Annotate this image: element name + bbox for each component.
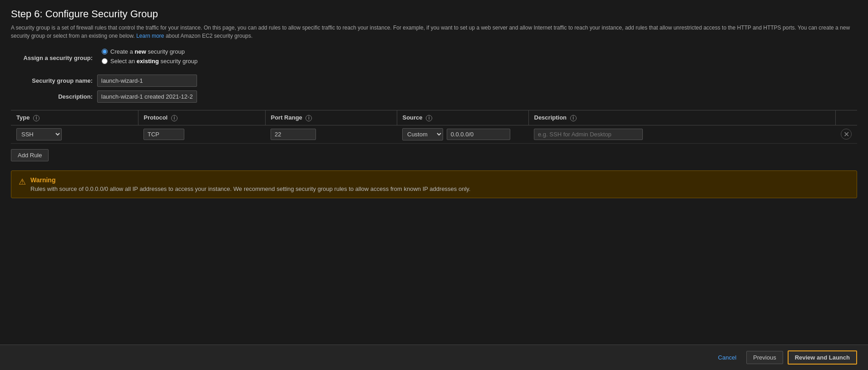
source-info-icon[interactable]: i [426,115,432,121]
create-new-radio-row: Create a new security group [102,48,197,55]
col-header-source: Source i [397,110,528,125]
description-text-2: about Amazon EC2 security groups. [166,33,252,39]
type-select[interactable]: SSH HTTP HTTPS Custom TCP All Traffic [16,128,62,140]
add-rule-button[interactable]: Add Rule [11,149,49,161]
bottom-bar: Cancel Previous Review and Launch [0,345,868,370]
col-header-port-range: Port Range i [265,110,397,125]
col-header-type: Type i [11,110,138,125]
type-info-icon[interactable]: i [33,115,39,121]
row-delete-cell: ✕ [835,125,857,143]
protocol-input[interactable] [143,129,184,140]
warning-title: Warning [30,176,470,184]
col-header-protocol: Protocol i [138,110,265,125]
description-input[interactable] [97,90,197,103]
col-header-delete [835,110,857,125]
page-title: Step 6: Configure Security Group [11,8,857,20]
description-info-icon[interactable]: i [570,115,577,121]
select-existing-radio[interactable] [102,58,108,64]
delete-row-button[interactable]: ✕ [841,129,852,140]
page-container: Step 6: Configure Security Group A secur… [0,0,868,370]
warning-content: Warning Rules with source of 0.0.0.0/0 a… [30,176,470,192]
row-protocol-cell [138,125,265,143]
create-new-label[interactable]: Create a new security group [110,48,185,55]
description-row: Description: [11,90,857,103]
rules-table-container: Type i Protocol i Port Range i Source i [11,110,857,144]
cancel-button[interactable]: Cancel [713,351,742,364]
row-port-range-cell [265,125,397,143]
security-group-name-label: Security group name: [11,77,93,84]
row-description-cell [528,125,835,143]
assign-security-group-row: Assign a security group: Create a new se… [11,48,857,67]
protocol-info-icon[interactable]: i [171,115,178,121]
page-description: A security group is a set of firewall ru… [11,24,857,40]
previous-button[interactable]: Previous [746,351,783,364]
col-header-description: Description i [528,110,835,125]
select-existing-label[interactable]: Select an existing security group [110,58,197,65]
description-label: Description: [11,93,93,100]
source-ip-input[interactable] [447,129,510,140]
security-group-name-input[interactable] [97,75,197,87]
create-new-radio[interactable] [102,49,108,55]
select-existing-radio-row: Select an existing security group [102,58,197,65]
description-field-input[interactable] [534,129,643,140]
port-range-info-icon[interactable]: i [306,115,312,121]
learn-more-link[interactable]: Learn more [136,33,164,39]
radio-group: Create a new security group Select an ex… [102,48,197,67]
port-range-input[interactable] [271,129,316,140]
rules-table: Type i Protocol i Port Range i Source i [11,110,857,144]
warning-text: Rules with source of 0.0.0.0/0 allow all… [30,185,470,192]
assign-security-group-label: Assign a security group: [11,55,93,61]
table-row: SSH HTTP HTTPS Custom TCP All Traffic [11,125,857,143]
row-type-cell: SSH HTTP HTTPS Custom TCP All Traffic [11,125,138,143]
row-source-cell: Custom Anywhere My IP [397,125,528,143]
review-and-launch-button[interactable]: Review and Launch [788,350,857,365]
source-type-select[interactable]: Custom Anywhere My IP [402,128,443,140]
warning-icon: ⚠ [19,177,26,187]
assign-security-group-section: Assign a security group: Create a new se… [11,48,857,67]
warning-box: ⚠ Warning Rules with source of 0.0.0.0/0… [11,170,857,198]
security-group-name-row: Security group name: [11,75,857,87]
